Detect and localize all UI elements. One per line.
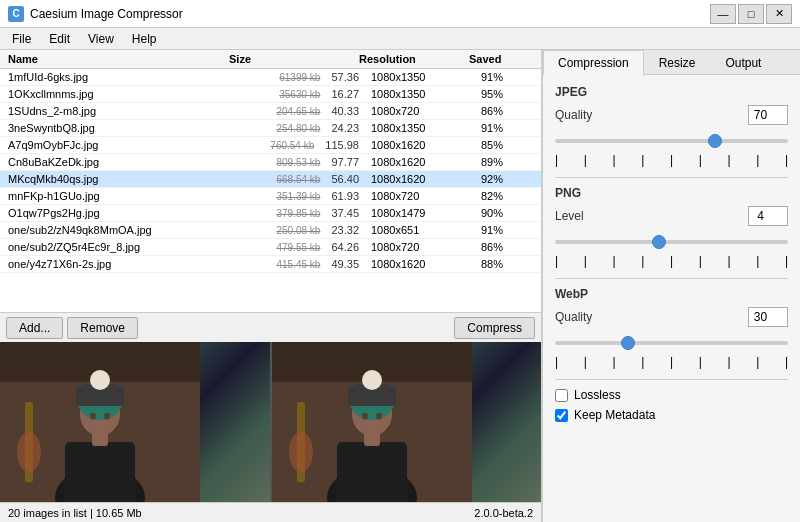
file-name: Cn8uBaKZeDk.jpg [4, 156, 237, 168]
preview-original-image [0, 342, 270, 502]
app-title: Caesium Image Compressor [30, 7, 183, 21]
file-saved: 92% [477, 173, 537, 185]
file-name: one/sub2/zN49qk8MmOA.jpg [4, 224, 237, 236]
file-size: 351.39 kb 61.93 [237, 190, 367, 202]
menu-edit[interactable]: Edit [41, 30, 78, 48]
minimize-button[interactable]: ― [710, 4, 736, 24]
settings-panel: JPEG Quality | | | | | | | | [543, 75, 800, 522]
jpeg-quality-input[interactable] [748, 105, 788, 125]
status-version: 2.0.0-beta.2 [474, 507, 533, 519]
jpeg-quality-label-row: Quality [555, 105, 788, 125]
file-resolution: 1080x1620 [367, 156, 477, 168]
table-row[interactable]: MKcqMkb40qs.jpg 668.54 kb 56.40 1080x162… [0, 171, 541, 188]
file-name: 1mfUId-6gks.jpg [4, 71, 237, 83]
file-resolution: 1080x651 [367, 224, 477, 236]
file-resolution: 1080x1350 [367, 88, 477, 100]
menu-bar: File Edit View Help [0, 28, 800, 50]
col-saved: Saved [465, 53, 525, 65]
col-resolution: Resolution [355, 53, 465, 65]
file-size: 61399 kb 57.36 [237, 71, 367, 83]
webp-quality-label: Quality [555, 310, 592, 324]
webp-section-title: WebP [555, 287, 788, 301]
compress-button[interactable]: Compress [454, 317, 535, 339]
table-row[interactable]: O1qw7Pgs2Hg.jpg 379.85 kb 37.45 1080x147… [0, 205, 541, 222]
jpeg-quality-slider[interactable] [555, 139, 788, 143]
file-saved: 91% [477, 71, 537, 83]
window-controls: ― □ ✕ [710, 4, 792, 24]
table-row[interactable]: 3neSwyntbQ8.jpg 254.80 kb 24.23 1080x135… [0, 120, 541, 137]
title-bar: C Caesium Image Compressor ― □ ✕ [0, 0, 800, 28]
file-name: one/y4z71X6n-2s.jpg [4, 258, 237, 270]
tab-resize[interactable]: Resize [644, 50, 711, 75]
file-resolution: 1080x1350 [367, 71, 477, 83]
file-list-scroll[interactable]: 1mfUId-6gks.jpg 61399 kb 57.36 1080x1350… [0, 69, 541, 312]
menu-view[interactable]: View [80, 30, 122, 48]
svg-point-29 [289, 432, 313, 472]
menu-help[interactable]: Help [124, 30, 165, 48]
main-content: Name Size Resolution Saved 1mfUId-6gks.j… [0, 50, 800, 522]
tab-compression[interactable]: Compression [543, 50, 644, 75]
file-resolution: 1080x720 [367, 105, 477, 117]
svg-point-10 [90, 370, 110, 390]
tab-bar: Compression Resize Output [543, 50, 800, 75]
file-name: A7q9mOybFJc.jpg [4, 139, 237, 151]
tab-output[interactable]: Output [710, 50, 776, 75]
file-resolution: 1080x1479 [367, 207, 477, 219]
preview-right [272, 342, 542, 502]
file-size: 254.80 kb 24.23 [237, 122, 367, 134]
file-size: 379.85 kb 37.45 [237, 207, 367, 219]
jpeg-quality-label: Quality [555, 108, 592, 122]
svg-point-12 [104, 413, 110, 420]
svg-rect-4 [65, 442, 135, 502]
png-level-slider[interactable] [555, 240, 788, 244]
webp-quality-row: Quality | | | | | | | | | [555, 307, 788, 369]
webp-quality-label-row: Quality [555, 307, 788, 327]
table-row[interactable]: one/sub2/ZQ5r4Ec9r_8.jpg 479.55 kb 64.26… [0, 239, 541, 256]
table-row[interactable]: one/sub2/zN49qk8MmOA.jpg 250.08 kb 23.32… [0, 222, 541, 239]
keep-metadata-checkbox[interactable] [555, 409, 568, 422]
table-row[interactable]: 1mfUId-6gks.jpg 61399 kb 57.36 1080x1350… [0, 69, 541, 86]
left-panel: Name Size Resolution Saved 1mfUId-6gks.j… [0, 50, 542, 522]
preview-compressed-image [272, 342, 542, 502]
divider-1 [555, 177, 788, 178]
lossless-checkbox[interactable] [555, 389, 568, 402]
table-row[interactable]: one/y4z71X6n-2s.jpg 415.45 kb 49.35 1080… [0, 256, 541, 273]
file-name: one/sub2/ZQ5r4Ec9r_8.jpg [4, 241, 237, 253]
bottom-toolbar: Add... Remove Compress [0, 312, 541, 342]
png-level-input[interactable] [748, 206, 788, 226]
png-level-label-row: Level [555, 206, 788, 226]
keep-metadata-label[interactable]: Keep Metadata [574, 408, 655, 422]
file-saved: 88% [477, 258, 537, 270]
file-size: 250.08 kb 23.32 [237, 224, 367, 236]
file-saved: 91% [477, 122, 537, 134]
file-resolution: 1080x1620 [367, 139, 477, 151]
menu-file[interactable]: File [4, 30, 39, 48]
maximize-button[interactable]: □ [738, 4, 764, 24]
file-resolution: 1080x1620 [367, 173, 477, 185]
table-row[interactable]: A7q9mOybFJc.jpg 760.54 kb 115.98 1080x16… [0, 137, 541, 154]
preview-area [0, 342, 541, 502]
svg-rect-19 [337, 442, 407, 502]
file-resolution: 1080x1620 [367, 258, 477, 270]
file-resolution: 1080x720 [367, 241, 477, 253]
file-size: 760.54 kb 115.98 [237, 139, 367, 151]
webp-quality-slider[interactable] [555, 341, 788, 345]
lossless-label[interactable]: Lossless [574, 388, 621, 402]
jpeg-quality-row: Quality | | | | | | | | | [555, 105, 788, 167]
table-row[interactable]: mnFKp-h1GUo.jpg 351.39 kb 61.93 1080x720… [0, 188, 541, 205]
file-resolution: 1080x720 [367, 190, 477, 202]
status-bar: 20 images in list | 10.65 Mb 2.0.0-beta.… [0, 502, 541, 522]
webp-quality-input[interactable] [748, 307, 788, 327]
file-size: 204.65 kb 40.33 [237, 105, 367, 117]
add-button[interactable]: Add... [6, 317, 63, 339]
remove-button[interactable]: Remove [67, 317, 138, 339]
table-row[interactable]: Cn8uBaKZeDk.jpg 809.53 kb 97.77 1080x162… [0, 154, 541, 171]
table-row[interactable]: 1OKxcllmnms.jpg 35630 kb 16.27 1080x1350… [0, 86, 541, 103]
close-button[interactable]: ✕ [766, 4, 792, 24]
table-row[interactable]: 1SUdns_2-m8.jpg 204.65 kb 40.33 1080x720… [0, 103, 541, 120]
col-name: Name [4, 53, 225, 65]
title-bar-left: C Caesium Image Compressor [8, 6, 183, 22]
file-saved: 90% [477, 207, 537, 219]
file-size: 415.45 kb 49.35 [237, 258, 367, 270]
jpeg-section-title: JPEG [555, 85, 788, 99]
